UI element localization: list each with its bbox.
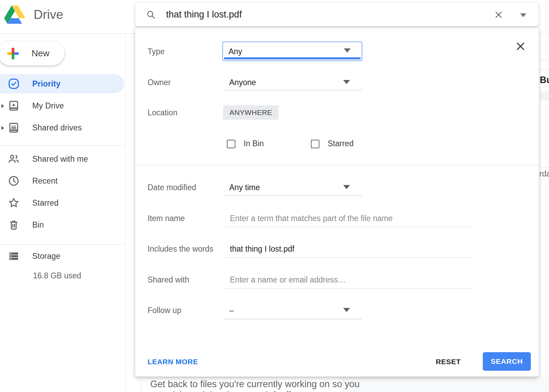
sidebar-section-divider	[0, 244, 125, 245]
location-label: Location	[148, 108, 177, 117]
app-name: Drive	[34, 8, 63, 22]
includes-words-label: Includes the words	[148, 244, 213, 254]
follow-up-select-value[interactable]: –	[229, 306, 234, 315]
storage-used-text: 16.8 GB used	[33, 271, 81, 280]
sidebar-item-label: Shared with me	[32, 154, 88, 164]
sidebar-item-label: My Drive	[32, 101, 64, 111]
clear-search-icon[interactable]	[494, 10, 503, 19]
sidebar-item-shared-drives[interactable]: Shared drives	[0, 118, 124, 137]
sidebar-divider	[125, 33, 126, 392]
background-row-divider	[539, 70, 549, 70]
star-icon	[7, 197, 21, 209]
google-drive-page: Drive New Priority My	[0, 0, 549, 392]
sidebar-item-my-drive[interactable]: My Drive	[0, 96, 124, 115]
owner-label: Owner	[148, 78, 171, 87]
in-bin-label: In Bin	[244, 139, 264, 148]
item-name-underline	[223, 227, 473, 227]
sidebar-item-label: Storage	[32, 252, 60, 261]
sidebar-item-label: Shared drives	[32, 123, 82, 132]
starred-label: Starred	[328, 139, 353, 148]
location-chip[interactable]: ANYWHERE	[223, 105, 279, 120]
learn-more-link[interactable]: LEARN MORE	[148, 358, 198, 366]
background-area	[343, 377, 549, 392]
new-button-label: New	[32, 48, 49, 59]
search-bar	[135, 3, 539, 26]
sidebar-item-bin[interactable]: Bin	[0, 215, 124, 234]
background-caption-line2: can pick up right where you left off	[150, 390, 291, 392]
trash-icon	[7, 219, 21, 231]
drive-logo-icon	[4, 5, 25, 24]
includes-words-underline	[223, 257, 473, 258]
advanced-search-panel: Type Any Owner Anyone Location ANYWHERE …	[135, 27, 539, 377]
shared-with-label: Shared with	[148, 275, 189, 285]
search-input[interactable]	[165, 9, 476, 20]
owner-select-value[interactable]: Anyone	[229, 78, 256, 87]
panel-section-divider	[135, 165, 539, 165]
background-card-fragment	[540, 91, 549, 101]
expand-arrow-icon[interactable]	[0, 103, 5, 109]
close-panel-icon[interactable]	[515, 41, 526, 51]
type-label: Type	[148, 47, 165, 56]
sidebar-item-label: Priority	[32, 79, 60, 89]
type-select-value: Any	[229, 47, 242, 56]
background-card-edge	[141, 380, 141, 392]
shared-with-me-icon	[7, 153, 21, 165]
chevron-down-icon[interactable]	[343, 80, 350, 84]
sidebar-item-label: Bin	[32, 220, 44, 230]
date-modified-label: Date modified	[148, 183, 196, 192]
priority-icon	[7, 78, 21, 90]
sidebar-item-shared-with-me[interactable]: Shared with me	[0, 149, 124, 169]
shared-drives-icon	[7, 122, 21, 134]
recent-icon	[7, 175, 21, 187]
includes-words-input[interactable]	[229, 244, 474, 254]
date-modified-select-value[interactable]: Any time	[229, 183, 260, 192]
my-drive-icon	[7, 100, 21, 112]
reset-button[interactable]: RESET	[436, 358, 461, 366]
chevron-down-icon[interactable]	[343, 308, 350, 312]
sidebar-item-storage[interactable]: Storage	[0, 246, 124, 266]
follow-up-label: Follow up	[148, 306, 181, 315]
type-select[interactable]: Any	[222, 42, 362, 61]
chevron-down-icon[interactable]	[343, 185, 350, 189]
starred-checkbox[interactable]	[311, 140, 319, 148]
follow-up-underline	[223, 319, 362, 319]
new-button[interactable]: New	[0, 41, 65, 66]
background-heading-fragment: Bus	[540, 75, 549, 85]
item-name-label: Item name	[148, 214, 185, 223]
date-modified-underline	[223, 196, 362, 196]
shared-with-underline	[223, 288, 473, 289]
in-bin-checkbox[interactable]	[227, 140, 235, 148]
sidebar-item-label: Starred	[32, 198, 59, 208]
drive-logo-link[interactable]: Drive	[4, 5, 63, 25]
plus-icon	[6, 47, 20, 60]
background-date-fragment: rday	[539, 169, 549, 178]
search-options-caret-icon[interactable]	[520, 13, 526, 17]
background-row-divider	[539, 60, 549, 60]
background-row-divider	[539, 167, 549, 168]
sidebar-item-starred[interactable]: Starred	[0, 193, 124, 212]
search-icon[interactable]	[146, 10, 156, 20]
expand-arrow-icon[interactable]	[0, 125, 5, 131]
sidebar-section-divider	[0, 145, 125, 146]
sidebar-item-recent[interactable]: Recent	[0, 171, 124, 191]
search-submit-button[interactable]: SEARCH	[483, 352, 531, 371]
chevron-down-icon	[344, 48, 351, 53]
sidebar-item-priority[interactable]: Priority	[0, 74, 124, 93]
item-name-input[interactable]	[229, 214, 474, 223]
storage-icon	[7, 250, 21, 262]
sidebar-item-label: Recent	[32, 176, 58, 186]
background-caption-line1: Get back to files you're currently worki…	[150, 379, 360, 390]
owner-select-underline	[223, 90, 362, 90]
shared-with-input[interactable]	[229, 275, 474, 285]
